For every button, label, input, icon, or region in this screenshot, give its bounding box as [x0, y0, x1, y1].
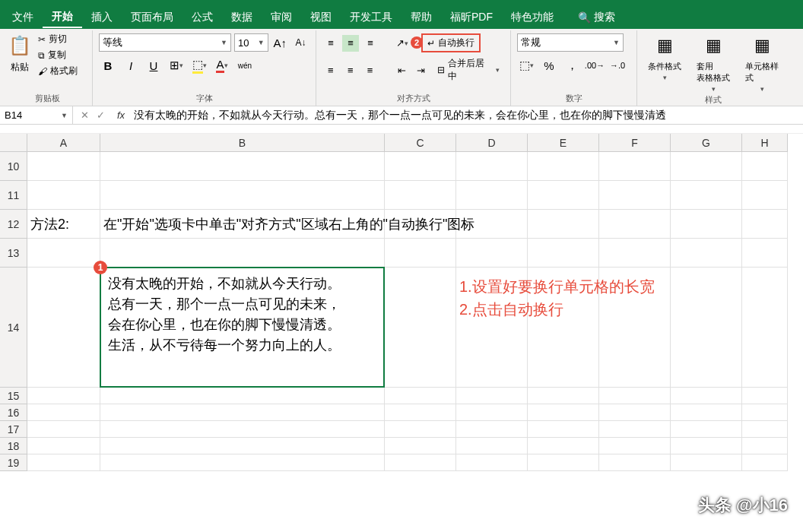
cell-G18[interactable]: [671, 438, 742, 454]
cell-G17[interactable]: [671, 421, 742, 438]
align-top-button[interactable]: ≡: [322, 35, 339, 52]
row-header-15[interactable]: 15: [0, 388, 27, 404]
cell-F19[interactable]: [599, 454, 671, 471]
cell-D15[interactable]: [456, 388, 528, 404]
fx-label[interactable]: fx: [113, 109, 129, 121]
row-header-12[interactable]: 12: [0, 210, 27, 239]
decrease-font-button[interactable]: A↓: [292, 33, 309, 52]
cancel-formula-icon[interactable]: ✕: [81, 109, 89, 121]
row-header-13[interactable]: 13: [0, 239, 27, 268]
cell-D13[interactable]: [456, 239, 528, 268]
col-header-C[interactable]: C: [385, 134, 456, 152]
row-header-10[interactable]: 10: [0, 152, 27, 181]
cell-styles-button[interactable]: ▦ 单元格样式▾: [745, 32, 779, 93]
cell-A18[interactable]: [27, 438, 100, 454]
cell-G19[interactable]: [671, 454, 742, 471]
cell-B13[interactable]: [100, 239, 385, 268]
search-menu[interactable]: 🔍 搜索: [578, 11, 615, 24]
cell-H17[interactable]: [742, 421, 788, 438]
cell-H10[interactable]: [742, 152, 788, 181]
cell-A13[interactable]: [27, 239, 100, 268]
align-middle-button[interactable]: ≡: [342, 35, 359, 52]
conditional-format-button[interactable]: ▦ 条件格式▾: [648, 32, 681, 93]
cell-D16[interactable]: [456, 404, 528, 421]
cell-C18[interactable]: [385, 438, 456, 454]
menu-help[interactable]: 帮助: [402, 8, 441, 27]
cell-F10[interactable]: [599, 152, 671, 181]
decrease-decimal-button[interactable]: →.0: [608, 56, 627, 74]
copy-button[interactable]: ⧉复制: [35, 48, 81, 62]
cell-C17[interactable]: [385, 421, 456, 438]
cell-E18[interactable]: [528, 438, 599, 454]
row-header-11[interactable]: 11: [0, 181, 27, 210]
col-header-F[interactable]: F: [599, 134, 671, 152]
col-header-D[interactable]: D: [456, 134, 528, 152]
cell-A10[interactable]: [27, 152, 100, 181]
cell-D17[interactable]: [456, 421, 528, 438]
cell-G12[interactable]: [671, 210, 742, 239]
cell-H14[interactable]: [742, 268, 788, 388]
menu-developer[interactable]: 开发工具: [341, 8, 402, 27]
format-table-button[interactable]: ▦ 套用 表格格式▾: [697, 32, 730, 93]
menu-formulas[interactable]: 公式: [182, 8, 222, 27]
cell-H11[interactable]: [742, 181, 788, 210]
cell-H18[interactable]: [742, 438, 788, 454]
cell-D19[interactable]: [456, 454, 528, 471]
cell-E13[interactable]: [528, 239, 599, 268]
cell-C11[interactable]: [385, 181, 456, 210]
underline-button[interactable]: U: [144, 56, 163, 74]
cell-H15[interactable]: [742, 388, 788, 404]
menu-data[interactable]: 数据: [222, 8, 262, 27]
cell-E10[interactable]: [528, 152, 599, 181]
cell-D18[interactable]: [456, 438, 528, 454]
row-header-19[interactable]: 19: [0, 454, 27, 471]
cell-D11[interactable]: [456, 181, 528, 210]
increase-indent-button[interactable]: ⇥: [413, 62, 430, 78]
format-painter-button[interactable]: 🖌格式刷: [35, 64, 81, 78]
cell-H16[interactable]: [742, 404, 788, 421]
number-format-select[interactable]: 常规▼: [517, 33, 624, 52]
cell-E11[interactable]: [528, 181, 599, 210]
font-name-select[interactable]: 等线▼: [99, 33, 231, 52]
cell-B18[interactable]: [100, 438, 385, 454]
fill-color-button[interactable]: ⬚▾: [190, 56, 208, 74]
menu-special[interactable]: 特色功能: [502, 8, 563, 27]
cell-C14[interactable]: [385, 268, 456, 388]
cell-B12[interactable]: 在"开始"选项卡中单击"对齐方式"区域右上角的"自动换行"图标: [100, 210, 385, 239]
row-header-18[interactable]: 18: [0, 438, 27, 454]
cell-E19[interactable]: [528, 454, 599, 471]
col-header-E[interactable]: E: [528, 134, 599, 152]
cell-F12[interactable]: [599, 210, 671, 239]
align-right-button[interactable]: ≡: [362, 62, 379, 78]
align-left-button[interactable]: ≡: [322, 62, 339, 78]
paste-icon[interactable]: 📋: [8, 32, 32, 59]
merge-center-button[interactable]: ⊟合并后居中▾: [433, 55, 504, 84]
phonetic-button[interactable]: wén: [236, 56, 254, 74]
cell-D10[interactable]: [456, 152, 528, 181]
menu-pdf[interactable]: 福昕PDF: [441, 8, 502, 27]
cell-H19[interactable]: [742, 454, 788, 471]
increase-font-button[interactable]: A↑: [271, 33, 289, 52]
menu-page-layout[interactable]: 页面布局: [122, 8, 182, 27]
cell-B11[interactable]: [100, 181, 385, 210]
row-header-14[interactable]: 14: [0, 268, 27, 388]
confirm-formula-icon[interactable]: ✓: [97, 109, 105, 121]
cell-F18[interactable]: [599, 438, 671, 454]
cell-G14[interactable]: [671, 268, 742, 388]
cell-F15[interactable]: [599, 388, 671, 404]
col-header-H[interactable]: H: [742, 134, 788, 152]
cell-A15[interactable]: [27, 388, 100, 404]
orientation-button[interactable]: ↗▾: [394, 35, 411, 52]
cell-C16[interactable]: [385, 404, 456, 421]
col-header-G[interactable]: G: [671, 134, 742, 152]
cell-B15[interactable]: [100, 388, 385, 404]
decrease-indent-button[interactable]: ⇤: [393, 62, 410, 78]
cell-A17[interactable]: [27, 421, 100, 438]
italic-button[interactable]: I: [122, 56, 140, 74]
formula-input[interactable]: 没有太晚的开始，不如就从今天行动。总有一天，那个一点一点可见的未来，会在你心里，…: [129, 109, 803, 122]
cell-A16[interactable]: [27, 404, 100, 421]
cell-G15[interactable]: [671, 388, 742, 404]
cell-F16[interactable]: [599, 404, 671, 421]
cell-B19[interactable]: [100, 454, 385, 471]
border-button[interactable]: ⊞▾: [167, 56, 186, 74]
